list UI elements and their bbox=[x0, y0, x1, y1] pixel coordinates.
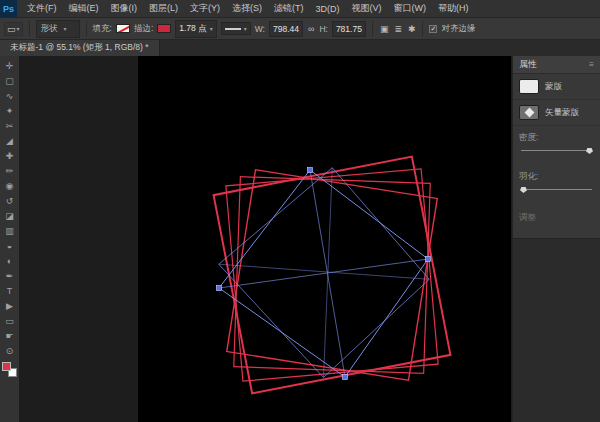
tool-mode-select[interactable]: 形状 ▾ bbox=[36, 20, 80, 38]
hand-tool[interactable]: ☛ bbox=[1, 328, 18, 343]
path-alignment-icon[interactable]: ≣ bbox=[393, 24, 403, 34]
chevron-down-icon: ▾ bbox=[210, 25, 213, 32]
canvas-pasteboard[interactable] bbox=[19, 56, 512, 422]
marquee-tool[interactable]: ▢ bbox=[1, 73, 18, 88]
chevron-down-icon: ▾ bbox=[64, 25, 67, 32]
menu-edit[interactable]: 编辑(E) bbox=[63, 0, 105, 17]
zoom-tool[interactable]: ⊙ bbox=[1, 343, 18, 358]
pixel-mask-label: 蒙版 bbox=[545, 81, 562, 93]
height-value: 781.75 bbox=[336, 24, 362, 34]
menu-file[interactable]: 文件(F) bbox=[21, 0, 63, 17]
lasso-tool[interactable]: ∿ bbox=[1, 88, 18, 103]
clone-stamp-tool[interactable]: ◉ bbox=[1, 178, 18, 193]
eyedropper-tool[interactable]: ◢ bbox=[1, 133, 18, 148]
history-brush-tool[interactable]: ↺ bbox=[1, 193, 18, 208]
chevron-down-icon: ▾ bbox=[244, 25, 247, 32]
density-slider-thumb[interactable] bbox=[586, 148, 593, 154]
stroke-label: 描边: bbox=[134, 23, 153, 35]
separator bbox=[372, 21, 373, 37]
separator bbox=[29, 21, 30, 37]
link-dimensions-icon[interactable]: ∞ bbox=[307, 24, 315, 34]
menu-view[interactable]: 视图(V) bbox=[346, 0, 388, 17]
eraser-tool[interactable]: ◪ bbox=[1, 208, 18, 223]
crop-tool[interactable]: ✂ bbox=[1, 118, 18, 133]
menu-select[interactable]: 选择(S) bbox=[226, 0, 268, 17]
adjust-section-label: 调整 bbox=[513, 204, 600, 238]
feather-slider-thumb[interactable] bbox=[520, 187, 527, 193]
separator bbox=[86, 21, 87, 37]
pen-tool[interactable]: ✒ bbox=[1, 268, 18, 283]
pixel-mask-thumbnail-icon[interactable] bbox=[519, 79, 539, 94]
vector-mask-row[interactable]: 矢量蒙版 bbox=[513, 100, 600, 126]
width-input[interactable]: 798.44 bbox=[269, 21, 303, 37]
brush-tool[interactable]: ✏ bbox=[1, 163, 18, 178]
menu-type[interactable]: 文字(Y) bbox=[184, 0, 226, 17]
foreground-color-swatch[interactable] bbox=[2, 362, 11, 371]
menu-bar: Ps 文件(F) 编辑(E) 图像(I) 图层(L) 文字(Y) 选择(S) 滤… bbox=[0, 0, 600, 18]
height-label: H: bbox=[319, 24, 328, 34]
tool-mode-value: 形状 bbox=[41, 23, 58, 35]
align-edges-label: 对齐边缘 bbox=[441, 23, 475, 35]
width-value: 798.44 bbox=[273, 24, 299, 34]
options-bar: ▭ ▾ 形状 ▾ 填充: 描边: 1.78 点 ▾ ▾ W: 798.44 ∞ … bbox=[0, 18, 600, 40]
shape-tool[interactable]: ▭ bbox=[1, 313, 18, 328]
path-selection-tool[interactable]: ▶ bbox=[1, 298, 18, 313]
canvas-svg bbox=[138, 56, 511, 422]
vector-mask-thumbnail-icon[interactable] bbox=[519, 105, 539, 120]
menu-3d[interactable]: 3D(D) bbox=[310, 0, 346, 17]
density-slider[interactable] bbox=[521, 150, 592, 151]
menu-filter[interactable]: 滤镜(T) bbox=[268, 0, 310, 17]
panel-menu-icon[interactable]: ≡ bbox=[589, 60, 594, 69]
move-tool[interactable]: ✛ bbox=[1, 58, 18, 73]
quick-selection-tool[interactable]: ✦ bbox=[1, 103, 18, 118]
stroke-width-value: 1.78 点 bbox=[179, 23, 206, 35]
fill-label: 填充: bbox=[93, 23, 112, 35]
healing-brush-tool[interactable]: ✚ bbox=[1, 148, 18, 163]
dodge-tool[interactable]: ◐ bbox=[1, 253, 18, 268]
height-input[interactable]: 781.75 bbox=[332, 21, 366, 37]
density-slider-block: 密度: bbox=[513, 126, 600, 165]
blur-tool[interactable]: ◒ bbox=[1, 238, 18, 253]
properties-panel-header[interactable]: 属性 ≡ bbox=[513, 56, 600, 74]
document-tab-bar: 未标题-1 @ 55.1% (矩形 1, RGB/8) * bbox=[0, 40, 600, 56]
vector-mask-label: 矢量蒙版 bbox=[545, 107, 579, 119]
photoshop-logo: Ps bbox=[0, 0, 17, 17]
align-edges-checkbox[interactable]: ✓ bbox=[429, 25, 437, 33]
document-canvas[interactable] bbox=[138, 56, 511, 422]
path-arrangement-icon[interactable]: ✱ bbox=[407, 24, 417, 34]
pixel-mask-row[interactable]: 蒙版 bbox=[513, 74, 600, 100]
properties-panel-title: 属性 bbox=[519, 58, 537, 71]
right-panel: 属性 ≡ 蒙版 矢量蒙版 密度: 羽化: bbox=[512, 56, 600, 422]
stroke-width-field[interactable]: 1.78 点 ▾ bbox=[175, 20, 216, 38]
fill-color-swatch[interactable] bbox=[116, 24, 130, 33]
color-swatches bbox=[2, 362, 17, 377]
menu-help[interactable]: 帮助(H) bbox=[432, 0, 475, 17]
feather-slider-block: 羽化: bbox=[513, 165, 600, 204]
gradient-tool[interactable]: ▥ bbox=[1, 223, 18, 238]
density-label: 密度: bbox=[519, 132, 594, 144]
properties-panel: 属性 ≡ 蒙版 矢量蒙版 密度: 羽化: bbox=[513, 56, 600, 239]
menu-image[interactable]: 图像(I) bbox=[105, 0, 144, 17]
menu-window[interactable]: 窗口(W) bbox=[388, 0, 433, 17]
menu-layer[interactable]: 图层(L) bbox=[143, 0, 184, 17]
photoshop-window: Ps 文件(F) 编辑(E) 图像(I) 图层(L) 文字(Y) 选择(S) 滤… bbox=[0, 0, 600, 422]
type-tool[interactable]: T bbox=[1, 283, 18, 298]
document-tab[interactable]: 未标题-1 @ 55.1% (矩形 1, RGB/8) * bbox=[0, 40, 160, 56]
stroke-color-swatch[interactable] bbox=[157, 24, 171, 33]
stroke-style-line-icon bbox=[225, 28, 241, 30]
feather-label: 羽化: bbox=[519, 171, 594, 183]
chevron-down-icon: ▾ bbox=[17, 25, 20, 32]
main-area: ✛ ▢ ∿ ✦ ✂ ◢ ✚ ✏ ◉ ↺ ◪ ▥ ◒ ◐ ✒ T ▶ ▭ ☛ ⊙ bbox=[0, 56, 600, 422]
stroke-style-select[interactable]: ▾ bbox=[221, 22, 251, 35]
rectangle-tool-icon: ▭ bbox=[7, 24, 16, 34]
tools-panel: ✛ ▢ ∿ ✦ ✂ ◢ ✚ ✏ ◉ ↺ ◪ ▥ ◒ ◐ ✒ T ▶ ▭ ☛ ⊙ bbox=[0, 56, 19, 422]
feather-slider[interactable] bbox=[521, 189, 592, 190]
separator bbox=[422, 21, 423, 37]
document-title: 未标题-1 @ 55.1% (矩形 1, RGB/8) * bbox=[10, 42, 149, 54]
path-operations-icon[interactable]: ▣ bbox=[379, 24, 390, 34]
width-label: W: bbox=[255, 24, 265, 34]
tool-preset-picker[interactable]: ▭ ▾ bbox=[4, 22, 23, 36]
